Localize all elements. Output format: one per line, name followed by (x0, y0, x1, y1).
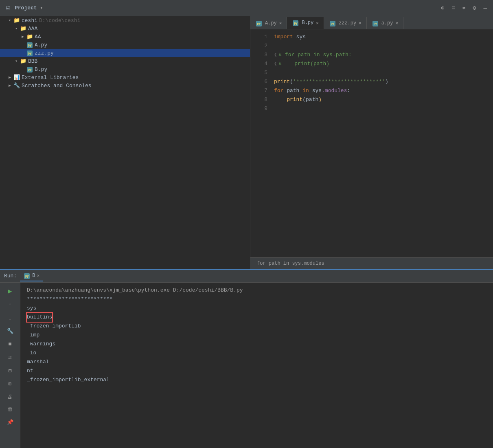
apy-tab-close[interactable]: ✕ (396, 20, 399, 26)
paren-close-8: ) (318, 95, 322, 104)
toolbar-minimize-icon[interactable]: — (482, 4, 489, 12)
toolbar-collapse-icon[interactable]: ⇌ (460, 4, 467, 12)
Bpy-tab-label: B.py (302, 20, 313, 26)
run-down-button[interactable]: ↓ (7, 314, 13, 323)
run-trash-button[interactable]: 🗑 (6, 405, 14, 414)
run-tab-B-close[interactable]: ✕ (37, 273, 39, 278)
output-command-line: D:\anaconda\anzhuang\envs\xjm_base\pytho… (27, 286, 486, 295)
code-line-3: ❮ # for path in sys.path: (274, 51, 493, 59)
BBB-label: BBB (28, 58, 37, 64)
run-up-button[interactable]: ↑ (7, 301, 13, 310)
run-output: D:\anaconda\anzhuang\envs\xjm_base\pytho… (20, 283, 493, 448)
BBB-folder-icon: 📁 (20, 58, 27, 64)
ceshi-path: D:\code\ceshi (39, 18, 80, 24)
comment-line3: # for path in sys.path: (278, 51, 351, 59)
zzzpy-label: zzz.py (35, 50, 54, 56)
tree-item-zzzpy[interactable]: py zzz.py (0, 49, 250, 57)
apy-tab-icon: py (372, 20, 379, 26)
line-numbers: 1 2 3 4 5 6 7 8 9 (250, 29, 271, 257)
Apy-label: A.py (35, 42, 47, 48)
project-panel: ▾ 📁 ceshi D:\code\ceshi ▾ 📁 AAA ▶ 📁 AA p… (0, 16, 250, 269)
indent-8 (274, 95, 287, 104)
status-hint-text: for path in sys.modules (257, 261, 324, 266)
run-pin-button[interactable]: 📌 (6, 418, 15, 427)
tab-zzzpy[interactable]: py zzz.py ✕ (324, 17, 367, 29)
toolbar-settings-icon[interactable]: ⚙ (471, 4, 478, 12)
apy-tab-label: a.py (381, 20, 393, 26)
run-rerun-button[interactable]: ⇄ (7, 353, 13, 362)
paren-open-6: ( (290, 77, 293, 86)
tab-apy[interactable]: py a.py ✕ (367, 17, 403, 29)
code-editor[interactable]: 1 2 3 4 5 6 7 8 9 import sys (250, 29, 493, 257)
gutter-mark-4: ❮ (274, 59, 277, 68)
run-tab-B-label: B (32, 273, 35, 279)
kw-import: import (274, 33, 293, 42)
sys-modules: sys (309, 86, 322, 95)
toolbar-list-icon[interactable]: ≡ (450, 4, 457, 12)
kw-for: for (274, 86, 283, 95)
run-tab-B[interactable]: py B ✕ (20, 271, 43, 281)
tab-Bpy[interactable]: py B.py ✕ (287, 17, 324, 29)
project-dropdown-arrow[interactable]: ▾ (40, 5, 43, 11)
run-layers-button[interactable]: ⊞ (7, 380, 13, 389)
tab-Apy[interactable]: py A.py ✕ (250, 17, 287, 29)
code-content[interactable]: import sys ❮ # for path in sys.path: ❮ #… (271, 29, 493, 257)
scratches-icon: 🔧 (13, 82, 20, 89)
output-nt: nt (27, 367, 486, 376)
tree-item-Apy[interactable]: py A.py (0, 41, 250, 49)
ceshi-arrow: ▾ (7, 18, 13, 23)
Bpy-icon: py (26, 66, 33, 72)
AAA-label: AAA (28, 26, 37, 32)
run-stop-button[interactable]: ■ (7, 340, 13, 349)
output-builtins: builtins (27, 313, 486, 322)
tree-item-ext-libraries[interactable]: ▶ 📊 External Libraries (0, 73, 250, 81)
run-play-button[interactable]: ▶ (7, 286, 13, 296)
tree-item-BBB[interactable]: ▾ 📁 BBB (0, 57, 250, 65)
AA-folder-icon: 📁 (26, 33, 33, 40)
editor-area: py A.py ✕ py B.py ✕ py zzz.py ✕ py a.py … (250, 16, 493, 269)
run-print-button[interactable]: 🖨 (6, 393, 14, 401)
colon-7: : (347, 86, 350, 95)
output-marshal: marshal (27, 358, 486, 367)
toolbar-add-icon[interactable]: ⊕ (439, 4, 446, 12)
paren-close-6: ) (385, 77, 388, 86)
code-line-2 (274, 42, 493, 51)
zzzpy-tab-close[interactable]: ✕ (359, 20, 362, 26)
Apy-tab-close[interactable]: ✕ (279, 20, 282, 26)
tree-item-AA[interactable]: ▶ 📁 AA (0, 33, 250, 41)
tree-item-Bpy[interactable]: py B.py (0, 65, 250, 73)
ext-icon: 📊 (13, 74, 20, 81)
ceshi-folder-icon: 📁 (13, 17, 20, 24)
AA-label: AA (35, 34, 41, 40)
highlighted-builtins: builtins (27, 313, 52, 322)
code-line-4: ❮ # print(path) (274, 59, 493, 68)
editor-tabs: py A.py ✕ py B.py ✕ py zzz.py ✕ py a.py … (250, 16, 493, 29)
var-sys: sys (293, 33, 306, 42)
tree-item-scratches[interactable]: ▶ 🔧 Scratches and Consoles (0, 81, 250, 90)
output-sys: sys (27, 304, 486, 313)
AAA-folder-icon: 📁 (20, 25, 27, 32)
code-line-5 (274, 68, 493, 77)
project-icon: 🗂 (4, 5, 11, 11)
run-softclip-button[interactable]: ⊟ (7, 366, 13, 376)
func-print-8: print (287, 95, 302, 104)
run-sidebar: ▶ ↑ ↓ 🔧 ■ ⇄ ⊟ ⊞ 🖨 🗑 📌 (0, 283, 20, 448)
Bpy-label: B.py (35, 66, 47, 72)
gutter-mark-3: ❮ (274, 51, 277, 59)
run-wrench-button[interactable]: 🔧 (6, 327, 15, 336)
output-io: _io (27, 349, 486, 358)
ceshi-label: ceshi (22, 18, 37, 24)
BBB-arrow: ▾ (13, 59, 20, 64)
project-label: Project (15, 5, 37, 11)
output-frozen-external: _frozen_importlib_external (27, 376, 486, 384)
ext-arrow: ▶ (7, 75, 13, 80)
zzzpy-tab-icon: py (329, 20, 336, 26)
tree-item-AAA[interactable]: ▾ 📁 AAA (0, 24, 250, 33)
zzzpy-icon: py (26, 50, 33, 56)
Apy-tab-label: A.py (265, 20, 277, 26)
scratches-arrow: ▶ (7, 83, 13, 88)
tree-item-ceshi[interactable]: ▾ 📁 ceshi D:\code\ceshi (0, 16, 250, 24)
output-stars: *************************** (27, 295, 486, 304)
Bpy-tab-close[interactable]: ✕ (316, 20, 319, 26)
run-tab-B-icon: py (23, 272, 31, 279)
